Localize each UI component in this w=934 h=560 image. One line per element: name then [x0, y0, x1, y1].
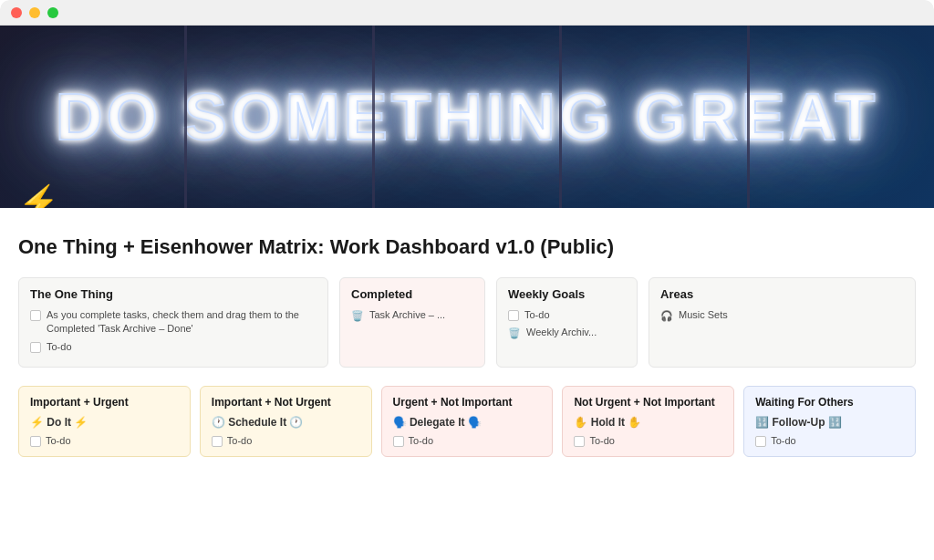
headphones-icon: 🎧 — [660, 310, 673, 322]
schedule-it-card: Important + Not Urgent 🕐 Schedule It 🕐 T… — [200, 386, 372, 457]
traffic-light-green[interactable] — [47, 7, 58, 18]
schedule-it-action: 🕐 Schedule It 🕐 — [212, 416, 360, 429]
window-chrome — [0, 0, 934, 26]
delegate-it-card: Urgent + Not Important 🗣️ Delegate It 🗣️… — [381, 386, 554, 457]
one-thing-title: The One Thing — [30, 287, 317, 301]
lightning-badge: ⚡ — [18, 183, 59, 208]
do-it-card: Important + Urgent ⚡ Do It ⚡ To-do — [18, 386, 191, 457]
traffic-light-yellow[interactable] — [29, 7, 40, 18]
areas-title: Areas — [660, 287, 904, 301]
do-it-category: Important + Urgent — [30, 396, 179, 410]
trash-icon-2: 🗑️ — [508, 327, 521, 339]
areas-item-1: 🎧 Music Sets — [660, 308, 904, 322]
traffic-light-red[interactable] — [11, 7, 22, 18]
completed-title: Completed — [351, 287, 473, 301]
top-sections-row: The One Thing As you complete tasks, che… — [18, 277, 916, 368]
weekly-goals-title: Weekly Goals — [508, 287, 626, 301]
eisenhower-matrix-row: Important + Urgent ⚡ Do It ⚡ To-do Impor… — [18, 386, 916, 457]
hold-it-category: Not Urgent + Not Important — [574, 396, 722, 410]
one-thing-item-1: As you complete tasks, check them and dr… — [30, 308, 317, 337]
checkbox-schedule-it[interactable] — [212, 436, 223, 447]
content-area: One Thing + Eisenhower Matrix: Work Dash… — [0, 208, 934, 472]
checkbox-hold-it[interactable] — [574, 436, 585, 447]
checkbox-2[interactable] — [30, 342, 41, 353]
hold-it-action: ✋ Hold It ✋ — [574, 416, 722, 429]
checkbox-1[interactable] — [30, 310, 41, 321]
hold-it-card: Not Urgent + Not Important ✋ Hold It ✋ T… — [562, 386, 734, 457]
delegate-it-todo: To-do — [393, 434, 542, 447]
follow-up-card: Waiting For Others 🔢 Follow-Up 🔢 To-do — [743, 386, 916, 457]
weekly-goals-item-1: To-do — [508, 308, 626, 322]
follow-up-category: Waiting For Others — [755, 396, 904, 410]
areas-section: Areas 🎧 Music Sets — [649, 277, 916, 368]
hold-it-todo: To-do — [574, 434, 722, 447]
follow-up-todo: To-do — [755, 434, 904, 447]
page-title: One Thing + Eisenhower Matrix: Work Dash… — [18, 235, 916, 259]
weekly-goals-section: Weekly Goals To-do 🗑️ Weekly Archiv... — [496, 277, 638, 368]
checkbox-3[interactable] — [508, 310, 519, 321]
hero-dividers — [0, 26, 934, 208]
delegate-it-category: Urgent + Not Important — [393, 396, 542, 410]
follow-up-action: 🔢 Follow-Up 🔢 — [755, 416, 904, 429]
schedule-it-todo: To-do — [212, 434, 360, 447]
completed-section: Completed 🗑️ Task Archive – ... — [339, 277, 485, 368]
checkbox-follow-up[interactable] — [755, 436, 766, 447]
hero-banner: DO SOMETHING GREAT ⚡ — [0, 26, 934, 208]
one-thing-section: The One Thing As you complete tasks, che… — [18, 277, 328, 368]
schedule-it-category: Important + Not Urgent — [212, 396, 360, 410]
trash-icon-1: 🗑️ — [351, 310, 364, 322]
do-it-action: ⚡ Do It ⚡ — [30, 416, 179, 429]
one-thing-item-2: To-do — [30, 340, 317, 354]
delegate-it-action: 🗣️ Delegate It 🗣️ — [393, 416, 542, 429]
checkbox-delegate-it[interactable] — [393, 436, 404, 447]
checkbox-do-it[interactable] — [30, 436, 41, 447]
do-it-todo: To-do — [30, 434, 179, 447]
weekly-goals-item-2: 🗑️ Weekly Archiv... — [508, 326, 626, 339]
completed-item-1: 🗑️ Task Archive – ... — [351, 308, 473, 322]
